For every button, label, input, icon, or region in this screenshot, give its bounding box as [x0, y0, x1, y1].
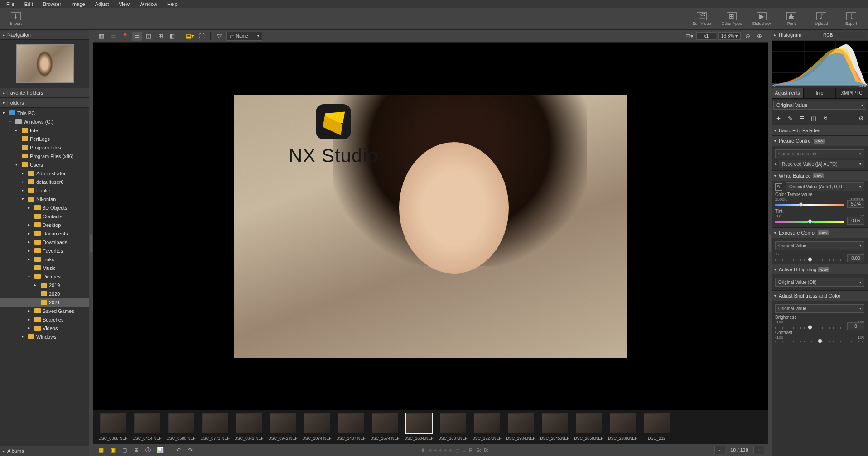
brightness-value[interactable]: 0 — [847, 322, 864, 330]
histogram-icon[interactable]: 📊 — [155, 446, 164, 454]
tree-item[interactable]: ▾Users — [0, 160, 89, 169]
metadata-icon[interactable]: ⓘ — [144, 446, 153, 454]
favorite-folders-header[interactable]: ▸Favorite Folders — [0, 88, 89, 98]
other-apps-button[interactable]: ⊞Other Apps — [720, 12, 743, 26]
next-image-button[interactable]: › — [753, 446, 764, 454]
nav-thumbnail[interactable] — [16, 44, 74, 83]
tree-item[interactable]: PerfLogs — [0, 134, 89, 143]
menu-window[interactable]: Window — [135, 0, 162, 8]
grid-view-button[interactable]: ▦ — [96, 32, 106, 41]
filmstrip-thumb[interactable]: DSC_2289.NEF — [608, 413, 637, 441]
brightness-color-header[interactable]: ▾Adjust Brightness and Color — [772, 291, 868, 301]
filmstrip-thumb[interactable]: DSC_1634.NEF — [404, 413, 434, 441]
dlighting-header[interactable]: ▾Active D-LightingRAW — [772, 264, 868, 274]
fullscreen-button[interactable]: ⛶ — [197, 32, 207, 41]
export-button[interactable]: ⤵Export — [840, 12, 863, 26]
tree-item[interactable]: Contacts — [0, 212, 89, 221]
before-after-button[interactable]: ◧ — [167, 32, 177, 41]
contrast-slider[interactable] — [775, 341, 864, 342]
filmstrip-thumb[interactable]: DSC_1574.NEF — [370, 413, 400, 441]
white-balance-header[interactable]: ▾White BalanceRAW — [772, 171, 868, 181]
tree-item[interactable]: 2020 — [0, 289, 89, 298]
menu-adjust[interactable]: Adjust — [91, 0, 114, 8]
import-button[interactable]: ⭳ Import — [5, 12, 27, 26]
filmstrip-thumb[interactable]: DSC_0580.NEF — [166, 413, 196, 441]
tab-info[interactable]: Info — [804, 88, 836, 98]
filmstrip-thumb[interactable]: DSC_0366.NEF — [98, 413, 128, 441]
select-similar-icon[interactable]: ▣ — [108, 446, 117, 454]
navigation-header[interactable]: ▸Navigation — [0, 30, 89, 40]
tree-item[interactable]: ▸Downloads — [0, 238, 89, 246]
map-view-button[interactable]: 📍 — [120, 32, 130, 41]
slideshow-button[interactable]: ▶Slideshow — [750, 12, 773, 26]
menu-browser[interactable]: Browser — [39, 0, 66, 8]
right-splitter[interactable] — [768, 30, 772, 456]
tree-item[interactable]: 2021 — [0, 298, 89, 307]
gradient-icon[interactable]: ☰ — [798, 114, 806, 122]
eyedropper-icon[interactable]: ✎ — [775, 183, 782, 191]
filmstrip-thumb[interactable]: DSC_1074.NEF — [302, 413, 332, 441]
albums-header[interactable]: ▸Albums — [0, 446, 89, 456]
zoom-x1[interactable]: x1 — [696, 32, 716, 40]
tree-item[interactable]: ▸Intel — [0, 126, 89, 134]
edit-video-button[interactable]: 🎬Edit Video — [690, 12, 713, 26]
brush-icon[interactable]: ✎ — [786, 114, 794, 122]
filmstrip-thumb[interactable]: DSC_2058.NEF — [574, 413, 603, 441]
tree-item[interactable]: ▸Administrator — [0, 169, 89, 178]
bc-dropdown[interactable]: Original Value — [775, 304, 864, 313]
tint-slider[interactable] — [775, 221, 844, 223]
preset-dropdown[interactable]: Original Value — [773, 101, 866, 110]
single-view-button[interactable]: ▭ — [132, 32, 142, 41]
menu-image[interactable]: Image — [67, 0, 90, 8]
filmstrip-thumb[interactable]: DSC_0841.NEF — [234, 413, 264, 441]
select-all-icon[interactable]: ▦ — [96, 446, 106, 454]
tree-item[interactable]: ▸Public — [0, 186, 89, 195]
brightness-slider[interactable] — [775, 327, 844, 329]
folders-header[interactable]: ▾Folders — [0, 98, 89, 108]
list-view-button[interactable]: ☰ — [108, 32, 118, 41]
exposure-header[interactable]: ▾Exposure Comp.RAW — [772, 228, 868, 238]
print-button[interactable]: 🖶Print — [780, 12, 803, 26]
filmstrip-thumb[interactable]: DSC_0773.NEF — [200, 413, 230, 441]
tree-item[interactable]: ▸3D Objects — [0, 203, 89, 212]
channel-dropdown[interactable]: RGB — [820, 32, 865, 38]
filmstrip-thumb[interactable]: DSC_1984.NEF — [506, 413, 535, 441]
tree-item[interactable]: ▸defaultuser0 — [0, 178, 89, 186]
tree-item[interactable]: ▾Windows (C:) — [0, 117, 89, 126]
temp-slider[interactable] — [775, 204, 844, 206]
filmstrip-thumb[interactable]: DSC_232 — [642, 413, 671, 441]
picture-control-header[interactable]: ▾Picture ControlRAW — [772, 136, 868, 146]
tree-item[interactable]: ▸Desktop — [0, 221, 89, 229]
tree-item[interactable]: Program Files (x86) — [0, 152, 89, 160]
wb-value-dropdown[interactable]: Original Value (Auto1, 0, 0 ... — [786, 182, 864, 191]
tree-item[interactable]: ▸Searches — [0, 315, 89, 324]
tab-xmpiptc[interactable]: XMP/IPTC — [836, 88, 868, 98]
tree-item[interactable]: Program Files — [0, 143, 89, 152]
menu-view[interactable]: View — [114, 0, 134, 8]
filmstrip[interactable]: DSC_0366.NEFDSC_0414.NEFDSC_0580.NEFDSC_… — [93, 410, 768, 444]
auto-retouch-icon[interactable]: ✦ — [774, 114, 782, 122]
filmstrip-thumb[interactable]: DSC_1437.NEF — [336, 413, 366, 441]
exposure-slider[interactable] — [775, 259, 844, 261]
tree-item[interactable]: ▸Favorites — [0, 246, 89, 255]
tree-item[interactable]: ▾This PC — [0, 109, 89, 117]
tree-item[interactable]: ▸Documents — [0, 229, 89, 238]
dlighting-dropdown[interactable]: Original Value (Off) — [775, 278, 864, 287]
filmstrip-thumb[interactable]: DSC_2045.NEF — [540, 413, 569, 441]
filter-button[interactable]: ▽ — [214, 32, 224, 41]
folder-tree[interactable]: ▾This PC▾Windows (C:)▸IntelPerfLogsProgr… — [0, 108, 89, 446]
tree-item[interactable]: ▸Saved Games — [0, 307, 89, 315]
histogram-header[interactable]: ▸ Histogram RGB — [772, 30, 868, 40]
tree-item[interactable]: Music — [0, 264, 89, 272]
recorded-value-dropdown[interactable]: Recorded Value ([A] AUTO) — [779, 160, 864, 168]
redo-button[interactable]: ↷ — [186, 446, 195, 454]
left-splitter[interactable] — [89, 30, 93, 456]
fit-button[interactable]: ⊡▾ — [685, 32, 694, 41]
settings-gear-icon[interactable]: ⚙ — [857, 114, 865, 122]
menu-help[interactable]: Help — [163, 0, 182, 8]
tint-value[interactable]: 0.05 — [847, 217, 864, 225]
tree-item[interactable]: ▸Links — [0, 255, 89, 264]
filmstrip-toggle[interactable]: ⬓▾ — [185, 32, 195, 41]
filmstrip-thumb[interactable]: DSC_0414.NEF — [132, 413, 162, 441]
crop-icon[interactable]: ◫ — [810, 114, 818, 122]
